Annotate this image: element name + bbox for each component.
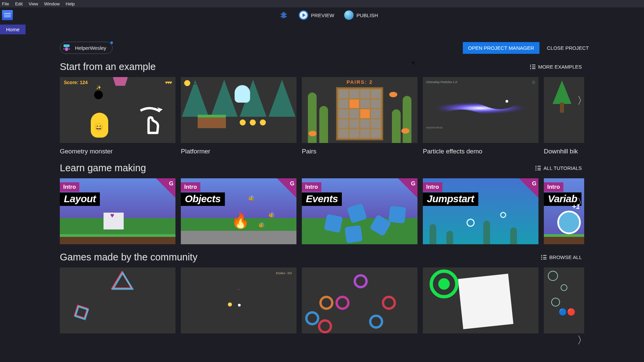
open-project-manager-button[interactable]: OPEN PROJECT MANAGER — [463, 42, 539, 54]
play-icon — [299, 10, 308, 20]
community-card-2[interactable]: Etoiles : 0/3 … — [181, 267, 296, 333]
tutorial-thumb: G Intro Objects 🔥 🐝🐝🐝 — [181, 178, 296, 244]
brand-label: WISHFORGE — [426, 126, 443, 129]
section-learn: Learn game making ALL TUTORIALS G Intro … — [0, 162, 644, 244]
section-title-learn: Learn game making — [60, 162, 146, 174]
svg-rect-8 — [63, 48, 65, 49]
toolbar: PREVIEW PUBLISH — [0, 7, 644, 23]
gdevelop-logo-icon: G — [532, 180, 536, 187]
gdevelop-logo-icon: G — [169, 180, 173, 187]
svg-line-3 — [286, 14, 287, 15]
intro-badge: Intro — [302, 182, 321, 192]
info-icon: ⓘ — [532, 80, 535, 86]
section-title-community: Games made by the community — [60, 252, 197, 263]
svg-rect-7 — [65, 47, 68, 51]
bug-icon — [279, 10, 289, 20]
intro-badge: Intro — [423, 182, 442, 192]
list-icon — [530, 65, 535, 69]
example-label: Geometry monster — [60, 148, 175, 155]
menu-help[interactable]: Help — [66, 1, 75, 6]
svg-point-1 — [282, 12, 285, 15]
example-label: Downhill bik — [544, 148, 584, 155]
community-card-1[interactable] — [60, 267, 175, 333]
project-panel-icon[interactable] — [2, 10, 13, 20]
svg-rect-15 — [75, 306, 88, 319]
tutorial-thumb: G Intro Events — [302, 178, 417, 244]
notification-dot-icon — [110, 41, 113, 44]
browse-all-button[interactable]: BROWSE ALL — [541, 254, 644, 260]
publish-label: PUBLISH — [356, 12, 378, 18]
user-chip[interactable]: HelperWesley — [60, 42, 113, 54]
menu-view[interactable]: View — [29, 1, 38, 6]
tutorial-card-variables[interactable]: G Intro Variab +1 — [544, 178, 584, 244]
tutorial-card-objects[interactable]: G Intro Objects 🔥 🐝🐝🐝 — [181, 178, 296, 244]
tab-home[interactable]: Home — [0, 25, 26, 34]
menu-file[interactable]: File — [2, 1, 9, 6]
example-card-platformer[interactable]: x3 Platformer — [181, 77, 296, 155]
tutorial-card-events[interactable]: G Intro Events — [302, 178, 417, 244]
example-thumb: x3 — [181, 77, 296, 143]
part-title: GDevelop Particles 1.0 — [426, 80, 457, 86]
tutorial-card-jumpstart[interactable]: G Intro Jumpstart — [423, 178, 538, 244]
stars-label: Etoiles : 0/3 — [276, 272, 292, 275]
publish-button[interactable]: PUBLISH — [344, 10, 378, 20]
top-row: HelperWesley OPEN PROJECT MANAGER CLOSE … — [0, 42, 644, 54]
svg-line-5 — [286, 16, 287, 17]
debug-button[interactable] — [279, 10, 289, 20]
community-row: Etoiles : 0/3 … — [60, 267, 584, 333]
globe-icon — [344, 10, 354, 20]
chevron-right-icon: 〉 — [577, 94, 587, 108]
coin-multiplier: x3 — [192, 80, 198, 85]
community-thumb: 🔵🔴 — [544, 267, 584, 333]
all-tutorials-label: ALL TUTORIALS — [544, 165, 582, 171]
close-project-button[interactable]: CLOSE PROJECT — [546, 42, 590, 54]
svg-rect-9 — [68, 48, 70, 49]
menubar: File Edit View Window Help — [0, 0, 644, 7]
more-examples-button[interactable]: MORE EXAMPLES — [530, 64, 644, 70]
tutorial-card-layout[interactable]: G Intro Layout ♥ — [60, 178, 175, 244]
example-card-geometry-monster[interactable]: Score: 124♥♥♥ Geometry monster — [60, 77, 175, 155]
gdevelop-logo-icon: G — [290, 180, 294, 187]
community-scroll-right-button[interactable]: 〉 — [575, 333, 589, 347]
community-card-3[interactable] — [302, 267, 417, 333]
community-thumb — [60, 267, 175, 333]
tutorial-thumb: G Intro Jumpstart — [423, 178, 538, 244]
examples-scroll-right-button[interactable]: 〉 — [575, 94, 589, 107]
preview-button[interactable]: PREVIEW — [299, 10, 334, 20]
learn-scroll-right-button[interactable]: 〉 — [575, 196, 589, 209]
tutorial-title: Layout — [60, 192, 100, 206]
tutorial-title: Objects — [181, 192, 225, 206]
more-examples-label: MORE EXAMPLES — [538, 64, 582, 70]
community-card-4[interactable] — [423, 267, 538, 333]
list-icon — [535, 166, 541, 171]
example-card-downhill-bike[interactable]: Downhill bik — [544, 77, 584, 155]
community-thumb: Etoiles : 0/3 … — [181, 267, 296, 333]
tutorial-title: Jumpstart — [423, 192, 478, 206]
section-community: Games made by the community BROWSE ALL E… — [0, 252, 644, 333]
tabbar: Home — [0, 23, 644, 34]
intro-badge: Intro — [544, 182, 563, 192]
menu-edit[interactable]: Edit — [15, 1, 23, 6]
browse-all-label: BROWSE ALL — [549, 254, 582, 260]
swipe-icon — [134, 104, 166, 136]
home-content: HelperWesley OPEN PROJECT MANAGER CLOSE … — [0, 34, 644, 362]
intro-badge: Intro — [60, 182, 79, 192]
community-card-5[interactable]: 🔵🔴 — [544, 267, 584, 333]
example-label: Particle effects demo — [423, 148, 538, 155]
pairs-label: PAIRS: 2 — [302, 77, 417, 85]
chevron-right-icon: 〉 — [577, 196, 587, 210]
example-thumb: Score: 124♥♥♥ — [60, 77, 175, 143]
svg-line-4 — [281, 16, 282, 17]
community-thumb — [423, 267, 538, 333]
all-tutorials-button[interactable]: ALL TUTORIALS — [535, 165, 644, 171]
learn-row: G Intro Layout ♥ G Intro Objects 🔥 🐝🐝🐝 — [60, 178, 584, 244]
menu-window[interactable]: Window — [44, 1, 59, 6]
example-card-pairs[interactable]: PAIRS: 2 Pairs — [302, 77, 417, 155]
example-label: Pairs — [302, 148, 417, 155]
tutorial-thumb: G Intro Variab +1 — [544, 178, 584, 244]
tutorial-thumb: G Intro Layout ♥ — [60, 178, 175, 244]
example-thumb — [544, 77, 584, 143]
score-label: Score: 124 — [64, 80, 88, 85]
example-card-particle-effects[interactable]: GDevelop Particles 1.0ⓘ WISHFORGE Partic… — [423, 77, 538, 155]
preview-label: PREVIEW — [311, 12, 334, 18]
